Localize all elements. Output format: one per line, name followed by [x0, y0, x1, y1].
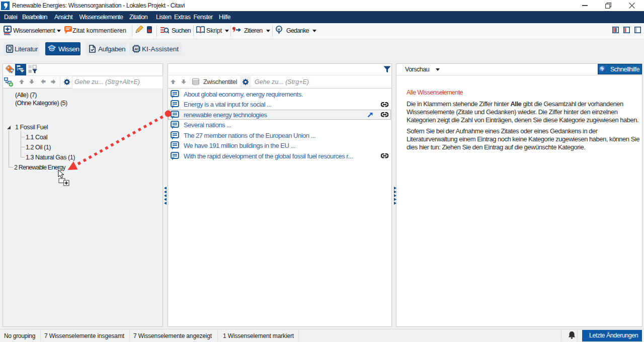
- svg-text:?: ?: [601, 66, 604, 72]
